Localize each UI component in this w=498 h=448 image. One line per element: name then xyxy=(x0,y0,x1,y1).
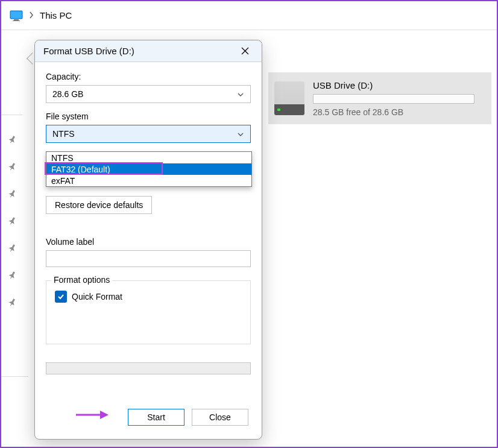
start-button[interactable]: Start xyxy=(128,409,184,426)
quick-format-row[interactable]: Quick Format xyxy=(55,291,242,303)
format-options-group: Format options Quick Format xyxy=(46,280,251,344)
arrow-annotation-icon xyxy=(75,409,110,421)
dialog-header: Format USB Drive (D:) xyxy=(35,40,262,62)
filesystem-option-ntfs[interactable]: NTFS xyxy=(46,152,251,163)
filesystem-label: File system xyxy=(46,112,251,121)
format-dialog: Format USB Drive (D:) Capacity: 28.6 GB … xyxy=(34,40,262,440)
dialog-title: Format USB Drive (D:) xyxy=(43,46,134,56)
pin-icon xyxy=(5,188,23,204)
this-pc-icon xyxy=(10,10,23,21)
svg-rect-1 xyxy=(11,11,22,18)
capacity-value: 28.6 GB xyxy=(52,89,83,99)
volume-label-input[interactable] xyxy=(46,250,251,267)
drive-tile[interactable]: USB Drive (D:) 28.5 GB free of 28.6 GB xyxy=(268,72,491,124)
drive-name: USB Drive (D:) xyxy=(313,80,485,90)
quick-format-label: Quick Format xyxy=(72,292,122,301)
breadcrumb: This PC xyxy=(1,1,497,30)
close-button[interactable] xyxy=(236,43,253,60)
check-icon xyxy=(57,292,65,301)
svg-rect-2 xyxy=(14,19,19,21)
pin-icon xyxy=(5,270,23,286)
filesystem-dropdown: NTFS FAT32 (Default) exFAT xyxy=(46,151,252,187)
close-icon xyxy=(241,47,249,55)
drive-usage-bar xyxy=(313,94,474,104)
capacity-label: Capacity: xyxy=(46,72,251,81)
quick-format-checkbox[interactable] xyxy=(55,291,67,303)
chevron-right-icon xyxy=(29,11,34,20)
sidebar-divider xyxy=(1,115,22,115)
pin-icon xyxy=(5,134,23,150)
drive-icon xyxy=(274,81,304,115)
dialog-body: Capacity: 28.6 GB File system NTFS NTFS … xyxy=(35,62,262,398)
pin-icon xyxy=(5,297,23,313)
volume-label-caption: Volume label xyxy=(46,237,251,247)
filesystem-select[interactable]: NTFS xyxy=(46,125,251,143)
pin-icon xyxy=(5,215,23,232)
chevron-down-icon xyxy=(237,90,244,98)
dialog-footer: Start Close xyxy=(35,398,262,439)
sidebar-divider-bottom xyxy=(1,376,28,377)
sidebar-pins xyxy=(7,137,22,310)
filesystem-option-exfat[interactable]: exFAT xyxy=(46,175,251,186)
drive-free-text: 28.5 GB free of 28.6 GB xyxy=(313,107,485,117)
breadcrumb-location[interactable]: This PC xyxy=(40,10,72,21)
chevron-down-icon xyxy=(237,130,244,137)
close-footer-button[interactable]: Close xyxy=(192,409,248,426)
format-progress-bar xyxy=(46,362,251,374)
capacity-select[interactable]: 28.6 GB xyxy=(46,85,251,103)
filesystem-option-fat32[interactable]: FAT32 (Default) xyxy=(46,163,251,175)
svg-rect-3 xyxy=(13,21,20,21)
filesystem-selected: NTFS xyxy=(52,129,75,139)
restore-defaults-button[interactable]: Restore device defaults xyxy=(46,196,152,214)
drive-info: USB Drive (D:) 28.5 GB free of 28.6 GB xyxy=(313,80,485,117)
pin-icon xyxy=(5,161,23,177)
format-options-title: Format options xyxy=(51,275,112,285)
pin-icon xyxy=(5,242,23,259)
